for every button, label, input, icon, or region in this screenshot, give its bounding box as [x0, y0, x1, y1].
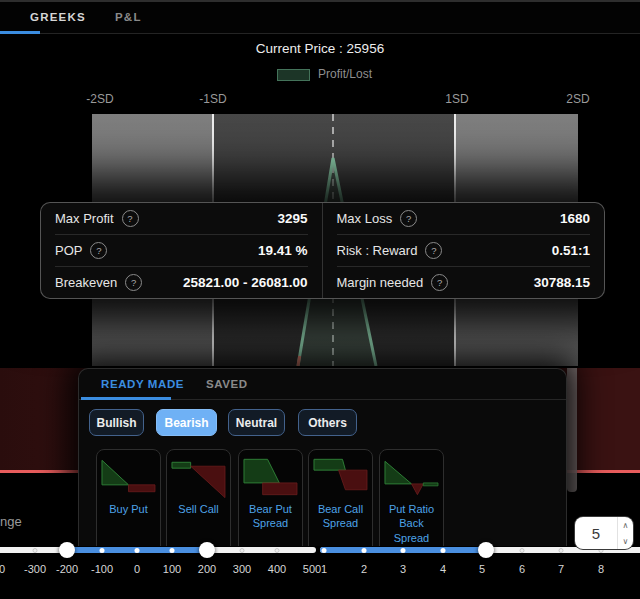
price-tick-label: 100	[163, 563, 181, 575]
lots-tick-label: 7	[558, 563, 564, 575]
help-icon[interactable]: ?	[125, 274, 142, 291]
stat-value: 25821.00 - 26081.00	[183, 275, 308, 290]
price-range-low-handle[interactable]	[59, 542, 75, 558]
price-range-high-handle[interactable]	[199, 542, 215, 558]
profit-lost-legend-swatch	[277, 69, 310, 81]
sd-label-pos2: 2SD	[566, 92, 589, 106]
stat-value: 3295	[277, 211, 307, 226]
loss-segment-tick	[298, 356, 300, 366]
sd-label-neg2: -2SD	[86, 92, 113, 106]
strategy-card-label: Bear Call Spread	[309, 502, 372, 531]
price-tick-label: 500	[303, 563, 321, 575]
price-tick-label: 400	[268, 563, 286, 575]
current-price-label: Current Price : 25956	[0, 41, 640, 56]
help-icon[interactable]: ?	[425, 242, 442, 259]
tab-saved[interactable]: SAVED	[206, 378, 248, 390]
ready-made-tab-indicator	[81, 397, 171, 400]
strategy-card-buy-put[interactable]: Buy Put	[96, 449, 161, 546]
stat-max-loss: Max Loss? 1680	[337, 203, 591, 235]
slider-tick-dot	[33, 548, 38, 553]
lots-tick-label: 4	[440, 563, 446, 575]
slider-tick-dot	[401, 548, 406, 553]
slider-tick-dot	[322, 548, 327, 553]
slider-tick-dot	[441, 548, 446, 553]
stat-label: Max Loss	[337, 211, 393, 226]
slider-tick-dot	[559, 548, 564, 553]
sell-call-thumbnail-icon	[171, 454, 226, 500]
active-tab-indicator	[0, 31, 40, 34]
lots-tick-label: 1	[321, 563, 327, 575]
put-ratio-back-spread-thumbnail-icon	[384, 454, 439, 500]
stat-label: Breakeven	[55, 275, 117, 290]
price-tick-label: -100	[91, 563, 113, 575]
lots-number-input-box: ∧ ∨	[575, 517, 633, 549]
slider-tick-dot	[170, 548, 175, 553]
chevron-up-icon[interactable]: ∧	[618, 517, 633, 533]
bear-put-spread-thumbnail-icon	[243, 454, 298, 500]
stat-value: 19.41 %	[258, 243, 308, 258]
buy-put-thumbnail-icon	[101, 454, 156, 500]
help-icon[interactable]: ?	[431, 274, 448, 291]
profit-lost-legend-label: Profit/Lost	[318, 67, 372, 81]
stats-column-right: Max Loss? 1680 Risk : Reward? 0.51:1 Mar…	[323, 203, 605, 298]
lots-tick-label: 8	[598, 563, 604, 575]
stat-breakeven: Breakeven? 25821.00 - 26081.00	[55, 267, 308, 298]
lots-input[interactable]	[575, 517, 617, 549]
filter-neutral-button[interactable]: Neutral	[228, 409, 285, 436]
slider-tick-dot	[135, 548, 140, 553]
price-tick-label: -300	[24, 563, 46, 575]
slider-tick-dot	[100, 548, 105, 553]
stat-max-profit: Max Profit? 3295	[55, 203, 308, 235]
price-tick-label: -200	[56, 563, 78, 575]
filter-bearish-button[interactable]: Bearish	[156, 409, 217, 436]
filter-bullish-button[interactable]: Bullish	[89, 409, 144, 436]
strategy-card-put-ratio-back-spread[interactable]: Put Ratio Back Spread	[379, 449, 444, 546]
slider-tick-dot	[240, 548, 245, 553]
strategies-panel: READY MADE SAVED Bullish Bearish Neutral…	[78, 368, 567, 546]
stats-column-left: Max Profit? 3295 POP? 19.41 % Breakeven?…	[41, 203, 323, 298]
lots-tick-label: 3	[400, 563, 406, 575]
help-icon[interactable]: ?	[90, 242, 107, 259]
bear-call-spread-thumbnail-icon	[313, 454, 368, 500]
lots-tick-label: 2	[361, 563, 367, 575]
strategy-card-label: Sell Call	[167, 502, 230, 516]
stat-value: 1680	[560, 211, 590, 226]
strategy-card-bear-call-spread[interactable]: Bear Call Spread	[308, 449, 373, 546]
stat-pop: POP? 19.41 %	[55, 235, 308, 267]
price-tick-label: 300	[233, 563, 251, 575]
filter-others-button[interactable]: Others	[298, 409, 357, 436]
stat-label: Max Profit	[55, 211, 114, 226]
lots-tick-label: 6	[519, 563, 525, 575]
strategy-card-label: Put Ratio Back Spread	[380, 502, 443, 545]
lots-slider-handle[interactable]	[478, 542, 494, 558]
stat-label: Margin needed	[337, 275, 424, 290]
strategy-card-label: Buy Put	[97, 502, 160, 516]
lots-tick-label: 5	[479, 563, 485, 575]
top-tab-bar: GREEKS P&L	[0, 2, 640, 34]
slider-tick-dot	[275, 548, 280, 553]
stat-label: Risk : Reward	[337, 243, 418, 258]
price-tick-label: 0	[0, 563, 5, 575]
stat-risk-reward: Risk : Reward? 0.51:1	[337, 235, 591, 267]
price-tick-label: 200	[198, 563, 216, 575]
tab-greeks[interactable]: GREEKS	[30, 11, 86, 23]
price-tick-label: 0	[134, 563, 140, 575]
strategy-card-sell-call[interactable]: Sell Call	[166, 449, 231, 546]
help-icon[interactable]: ?	[400, 210, 417, 227]
help-icon[interactable]: ?	[122, 210, 139, 227]
slider-tick-dot	[520, 548, 525, 553]
tab-pnl[interactable]: P&L	[115, 11, 142, 23]
strategy-stats-panel: Max Profit? 3295 POP? 19.41 % Breakeven?…	[40, 202, 605, 299]
strategies-scrollbar-thumb[interactable]	[567, 368, 577, 492]
strategy-card-bear-put-spread[interactable]: Bear Put Spread	[238, 449, 303, 546]
stat-value: 0.51:1	[552, 243, 590, 258]
strategies-tab-row: READY MADE SAVED	[79, 369, 566, 400]
stat-value: 30788.15	[534, 275, 590, 290]
lots-spinner: ∧ ∨	[617, 517, 633, 549]
stat-label: POP	[55, 243, 82, 258]
options-strategy-app: GREEKS P&L Current Price : 25956 Profit/…	[0, 0, 640, 599]
strategy-card-label: Bear Put Spread	[239, 502, 302, 531]
range-label-clipped: nge	[0, 514, 22, 529]
stat-margin-needed: Margin needed? 30788.15	[337, 267, 591, 298]
tab-ready-made[interactable]: READY MADE	[101, 378, 184, 390]
